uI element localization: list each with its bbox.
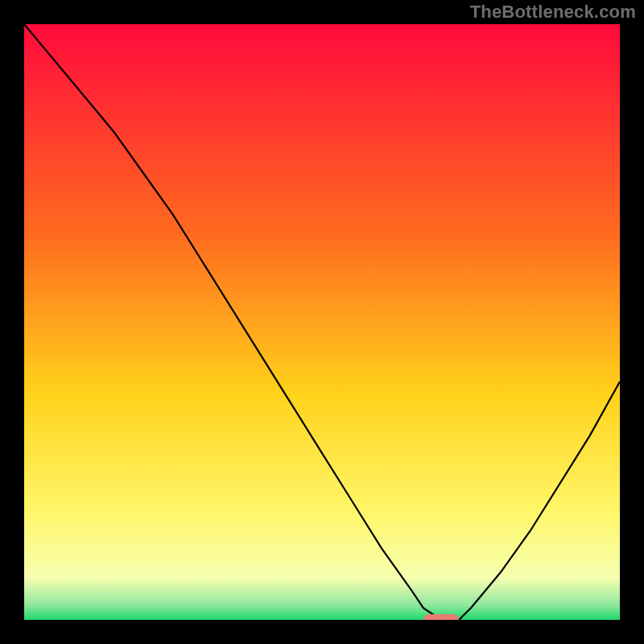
bottleneck-plot (24, 24, 620, 620)
optimal-marker (423, 614, 459, 620)
watermark-text: TheBottleneck.com (470, 2, 636, 23)
chart-frame: TheBottleneck.com (0, 0, 644, 644)
